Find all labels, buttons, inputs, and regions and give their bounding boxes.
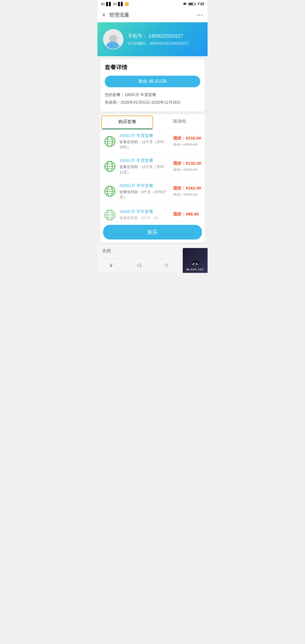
pkg-name: 100G/月 半年套餐 — [119, 209, 166, 214]
package-card-title: 套餐详情 — [105, 64, 200, 71]
pkg-desc: 套餐使用期：6个月（月均27元） — [119, 190, 166, 200]
phone-number: 1400022520227 — [149, 33, 183, 39]
battery-icon — [188, 3, 196, 6]
page-title: 管理流量 — [109, 12, 129, 18]
globe-icon — [104, 135, 116, 148]
pkg-name: 100G/月 年度套餐 — [119, 158, 166, 163]
pkg-desc: 套餐使用期：12个月（月均11元） — [119, 164, 166, 175]
globe-icon — [104, 160, 116, 173]
tab-addon-label: 加油包 — [173, 119, 186, 123]
status-signals: 3G ▋▋ 2G ▋▋ 🛜 — [101, 2, 129, 6]
pkg-name: 200G/月 半年套餐 — [119, 183, 166, 188]
pkg-current-price: 现价：¥162.00 — [173, 186, 201, 191]
hero-info: 手机号： 1400022520227 ICCID编码： 898606191200… — [128, 33, 202, 46]
pkg-info: 100G/月 年度套餐 套餐使用期：12个月（月均11元） — [119, 158, 166, 175]
eye-icon: 👁 — [183, 2, 187, 6]
signal-bars: ▋▋ — [106, 2, 112, 6]
avatar-body — [105, 33, 121, 49]
tab-buy-package-label: 购买套餐 — [118, 119, 136, 124]
pkg-current-price: 现价：¥132.00 — [173, 161, 201, 166]
blackcat-text: BLACK CAT — [187, 268, 204, 271]
hero-phone: 手机号： 1400022520227 — [128, 33, 202, 39]
blackcat-watermark: BLACK CAT — [183, 248, 208, 273]
pkg-divider — [169, 159, 170, 173]
pkg-original-price: 原价：¥450.00 — [173, 192, 201, 197]
hero-banner: 手机号： 1400022520227 ICCID编码： 898606191200… — [97, 22, 208, 56]
buy-button-container: 购买 — [100, 222, 205, 242]
hero-iccid: ICCID编码： 8986061912004420227 — [128, 41, 202, 46]
status-right-group: 👁 7:22 — [183, 2, 204, 6]
iccid-label: ICCID编码： — [128, 41, 149, 45]
pkg-price: 现价：¥132.00 原价：¥400.00 — [173, 161, 201, 172]
pkg-price: 现价：¥216.00 原价：¥650.00 — [173, 136, 201, 147]
pkg-original-price: 原价：¥650.00 — [173, 142, 201, 147]
avatar — [103, 29, 123, 49]
package-list: 200G/月 年度套餐 套餐使用期：12个月（月均18元） 现价：¥216.00… — [100, 129, 205, 222]
blackcat-icon — [188, 258, 202, 268]
pkg-desc: 套餐使用期：6个月（月... — [119, 216, 166, 221]
pkg-name: 200G/月 年度套餐 — [119, 133, 166, 138]
signal-bars2: ▋▋ — [118, 2, 124, 6]
tabs-container: 购买套餐 加油包 — [100, 114, 205, 129]
svg-point-23 — [196, 263, 197, 264]
tab-buy-package[interactable]: 购买套餐 — [101, 116, 153, 129]
your-package-info: 您的套餐：100G/月 年度套餐 — [105, 92, 200, 98]
nav-down-button[interactable]: ∨ — [104, 260, 118, 269]
package-item[interactable]: 100G/月 半年套餐 套餐使用期：6个月（月... 现价：¥96.00 — [100, 204, 205, 222]
pkg-divider — [169, 134, 170, 149]
iccid-number: 8986061912004420227 — [150, 41, 189, 45]
data-remaining-text: 剩余 96.41GB — [138, 79, 167, 84]
pkg-divider — [169, 208, 170, 222]
app-header: × 管理流量 ··· — [97, 8, 208, 22]
pkg-desc: 套餐使用期：12个月（月均18元） — [119, 140, 166, 150]
pkg-original-price: 原价：¥400.00 — [173, 167, 201, 172]
package-detail-card: 套餐详情 剩余 96.41GB 您的套餐：100G/月 年度套餐 有效期：202… — [100, 59, 205, 112]
avatar-torso — [105, 42, 120, 49]
phone-label: 手机号： — [128, 33, 147, 39]
validity-info: 有效期：2020年01月01日-2020年12月26日 — [105, 99, 200, 105]
close-label[interactable]: 关闭 — [102, 248, 111, 254]
data-remaining-bar: 剩余 96.41GB — [105, 76, 200, 87]
package-item[interactable]: 200G/月 年度套餐 套餐使用期：12个月（月均18元） 现价：¥216.00… — [100, 129, 205, 154]
pkg-current-price: 现价：¥216.00 — [173, 136, 201, 141]
pkg-info: 200G/月 半年套餐 套餐使用期：6个月（月均27元） — [119, 183, 166, 200]
globe-icon — [104, 185, 116, 197]
signal-2g: 2G — [113, 2, 117, 6]
pkg-price: 现价：¥96.00 — [173, 212, 201, 218]
buy-button[interactable]: 购买 — [103, 225, 202, 240]
wifi-icon: 🛜 — [125, 2, 129, 6]
pkg-price: 现价：¥162.00 原价：¥450.00 — [173, 186, 201, 197]
tab-addon[interactable]: 加油包 — [154, 114, 205, 129]
time-display: 7:22 — [197, 2, 204, 6]
package-item[interactable]: 200G/月 半年套餐 套餐使用期：6个月（月均27元） 现价：¥162.00 … — [100, 179, 205, 204]
close-button[interactable]: × — [102, 11, 106, 19]
package-item[interactable]: 100G/月 年度套餐 套餐使用期：12个月（月均11元） 现价：¥132.00… — [100, 154, 205, 179]
more-button[interactable]: ··· — [197, 12, 203, 18]
nav-home-button[interactable]: ○ — [160, 260, 173, 269]
pkg-divider — [169, 184, 170, 198]
nav-bar: ∨ ◁ ○ □ BLACK CAT — [97, 258, 208, 273]
svg-point-22 — [193, 263, 194, 264]
status-bar: 3G ▋▋ 2G ▋▋ 🛜 👁 7:22 — [97, 0, 208, 8]
nav-back-button[interactable]: ◁ — [132, 260, 145, 269]
globe-icon — [104, 209, 116, 221]
signal-3g: 3G — [101, 2, 105, 6]
blackcat-logo-svg — [189, 258, 201, 267]
pkg-current-price: 现价：¥96.00 — [173, 212, 201, 217]
pkg-info: 200G/月 年度套餐 套餐使用期：12个月（月均18元） — [119, 133, 166, 150]
header-left: × 管理流量 — [102, 11, 129, 19]
pkg-info: 100G/月 半年套餐 套餐使用期：6个月（月... — [119, 209, 166, 221]
